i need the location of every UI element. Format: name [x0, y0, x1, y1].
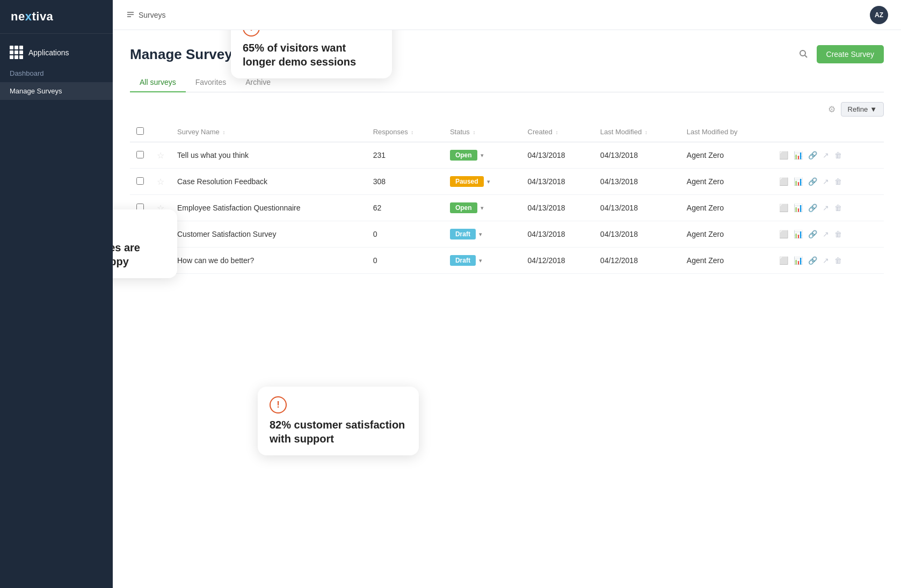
action-link-button[interactable]: 🔗	[807, 202, 818, 213]
row-modified-by: Agent Zero	[680, 142, 772, 169]
action-export-button[interactable]: ↗	[822, 202, 830, 213]
action-export-button[interactable]: ↗	[822, 229, 830, 239]
action-stats-button[interactable]: 📊	[793, 150, 804, 161]
row-actions: ⬜ 📊 🔗 ↗ 🗑	[772, 195, 884, 221]
row-name: Customer Satisfaction Survey	[171, 221, 367, 248]
action-stats-button[interactable]: 📊	[793, 229, 804, 239]
topbar: Surveys AZ	[113, 0, 901, 30]
action-delete-button[interactable]: 🗑	[833, 255, 843, 266]
table-header-row: Survey Name ↕ Responses ↕ Status ↕ Creat…	[130, 122, 884, 142]
row-status: Paused ▾	[444, 169, 521, 195]
callout-top-text: 65% of visitors want longer demo session…	[243, 41, 380, 69]
star-icon[interactable]: ☆	[157, 177, 164, 186]
action-export-button[interactable]: ↗	[822, 255, 830, 266]
action-copy-button[interactable]: ⬜	[778, 150, 789, 161]
action-export-button[interactable]: ↗	[822, 176, 830, 187]
action-copy-button[interactable]: ⬜	[778, 255, 789, 266]
star-icon[interactable]: ☆	[157, 151, 164, 160]
row-actions: ⬜ 📊 🔗 ↗ 🗑	[772, 248, 884, 274]
action-delete-button[interactable]: 🗑	[833, 202, 843, 213]
action-delete-button[interactable]: 🗑	[833, 176, 843, 187]
action-link-button[interactable]: 🔗	[807, 255, 818, 266]
row-created: 04/13/2018	[521, 221, 594, 248]
action-export-button[interactable]: ↗	[822, 150, 830, 161]
refine-button[interactable]: Refine ▼	[841, 102, 884, 117]
row-modified-by: Agent Zero	[680, 169, 772, 195]
tab-favorites[interactable]: Favorites	[186, 73, 236, 92]
status-dropdown-button[interactable]: ▾	[478, 231, 483, 238]
sidebar: nextiva Applications Dashboard Manage Su…	[0, 0, 113, 588]
status-dropdown-button[interactable]: ▾	[486, 178, 491, 185]
row-actions-group: ⬜ 📊 🔗 ↗ 🗑	[778, 202, 877, 213]
main-content: Manage Surveys Create Survey All surveys…	[113, 0, 901, 588]
action-stats-button[interactable]: 📊	[793, 255, 804, 266]
row-status: Open ▾	[444, 142, 521, 169]
col-survey-name: Survey Name ↕	[171, 122, 367, 142]
table-toolbar: ⚙ Refine ▼	[130, 102, 884, 117]
filter-icon: ⚙	[828, 104, 835, 114]
row-name: How can we do better?	[171, 248, 367, 274]
sidebar-nav: Applications Dashboard Manage Surveys	[0, 34, 113, 106]
search-button[interactable]	[796, 47, 810, 62]
sidebar-item-applications[interactable]: Applications	[0, 40, 113, 64]
row-responses: 62	[367, 195, 444, 221]
select-all-checkbox[interactable]	[136, 127, 144, 135]
row-checkbox-cell	[130, 142, 150, 169]
row-created: 04/12/2018	[521, 248, 594, 274]
sort-created-icon: ↕	[555, 129, 558, 135]
create-survey-button[interactable]: Create Survey	[817, 45, 884, 63]
action-delete-button[interactable]: 🗑	[833, 229, 843, 239]
survey-tbody: ☆ Tell us what you think 231 Open ▾ 04/1…	[130, 142, 884, 274]
row-responses: 231	[367, 142, 444, 169]
svg-point-4	[800, 50, 805, 56]
row-responses: 308	[367, 169, 444, 195]
action-stats-button[interactable]: 📊	[793, 176, 804, 187]
row-star-cell: ☆	[150, 142, 171, 169]
status-dropdown-button[interactable]: ▾	[478, 257, 483, 264]
col-star	[150, 122, 171, 142]
row-status: Open ▾	[444, 195, 521, 221]
table-row: ☆ How can we do better? 0 Draft ▾ 04/12/…	[130, 248, 884, 274]
action-link-button[interactable]: 🔗	[807, 176, 818, 187]
row-last-modified: 04/13/2018	[594, 142, 680, 169]
row-last-modified: 04/13/2018	[594, 195, 680, 221]
row-name: Tell us what you think	[171, 142, 367, 169]
row-responses: 0	[367, 248, 444, 274]
row-status: Draft ▾	[444, 221, 521, 248]
action-copy-button[interactable]: ⬜	[778, 229, 789, 239]
row-created: 04/13/2018	[521, 195, 594, 221]
status-badge: Paused	[450, 176, 484, 187]
tab-all-surveys[interactable]: All surveys	[130, 73, 186, 92]
row-actions: ⬜ 📊 🔗 ↗ 🗑	[772, 221, 884, 248]
header-actions: Create Survey	[796, 45, 884, 63]
row-checkbox[interactable]	[136, 177, 144, 185]
action-link-button[interactable]: 🔗	[807, 150, 818, 161]
row-last-modified: 04/12/2018	[594, 248, 680, 274]
action-link-button[interactable]: 🔗	[807, 229, 818, 239]
row-modified-by: Agent Zero	[680, 195, 772, 221]
status-dropdown-button[interactable]: ▾	[479, 205, 485, 212]
topbar-avatar[interactable]: AZ	[870, 6, 888, 24]
row-last-modified: 04/13/2018	[594, 169, 680, 195]
logo-text: nextiva	[11, 10, 53, 23]
apps-grid-icon	[10, 46, 23, 59]
sidebar-item-dashboard[interactable]: Dashboard	[0, 64, 113, 82]
row-actions-group: ⬜ 📊 🔗 ↗ 🗑	[778, 229, 877, 239]
status-dropdown-button[interactable]: ▾	[479, 152, 485, 159]
row-last-modified: 04/13/2018	[594, 221, 680, 248]
action-stats-button[interactable]: 📊	[793, 202, 804, 213]
action-copy-button[interactable]: ⬜	[778, 176, 789, 187]
refine-chevron-icon: ▼	[870, 105, 877, 113]
col-actions	[772, 122, 884, 142]
row-responses: 0	[367, 221, 444, 248]
sidebar-item-manage-surveys[interactable]: Manage Surveys	[0, 82, 113, 100]
row-checkbox[interactable]	[136, 151, 144, 158]
refine-label: Refine	[848, 105, 868, 113]
action-copy-button[interactable]: ⬜	[778, 202, 789, 213]
row-actions-group: ⬜ 📊 🔗 ↗ 🗑	[778, 176, 877, 187]
callout-bottom-text: 82% customer satisfaction with support	[270, 418, 407, 446]
col-modified-by: Last Modified by	[680, 122, 772, 142]
status-badge: Open	[450, 202, 477, 213]
action-delete-button[interactable]: 🗑	[833, 150, 843, 161]
col-status: Status ↕	[444, 122, 521, 142]
